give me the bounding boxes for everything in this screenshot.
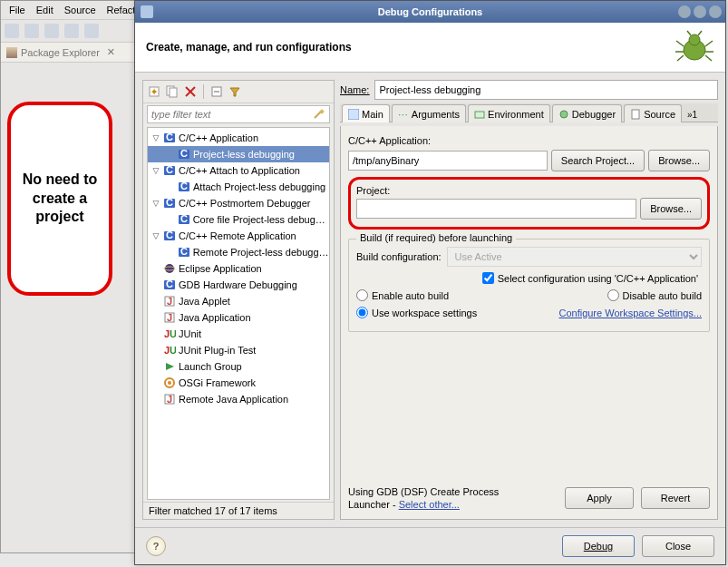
tree-twistie-icon[interactable] (151, 378, 160, 387)
disable-auto-build-radio[interactable] (607, 289, 619, 301)
tree-twistie-icon[interactable] (166, 215, 175, 224)
tree-item[interactable]: CRemote Project-less debugging (148, 244, 329, 260)
svg-text:J: J (167, 312, 172, 323)
browse-app-button[interactable]: Browse... (648, 150, 710, 171)
toolbar-icon[interactable] (84, 24, 99, 38)
menu-edit[interactable]: Edit (32, 3, 58, 17)
workspace-settings-link[interactable]: Configure Workspace Settings... (558, 308, 702, 318)
project-input[interactable] (356, 199, 636, 219)
tree-item[interactable]: JRemote Java Application (148, 391, 329, 407)
tree-twistie-icon[interactable] (151, 313, 160, 322)
dialog-icon (141, 5, 153, 18)
tree-item[interactable]: OSGi Framework (148, 375, 329, 391)
tree-item[interactable]: CGDB Hardware Debugging (148, 277, 329, 293)
tree-twistie-icon[interactable] (151, 297, 160, 306)
tree-item[interactable]: JJava Applet (148, 293, 329, 309)
tree-item-label: Java Applet (179, 296, 230, 307)
collapse-all-icon[interactable] (209, 84, 224, 99)
clear-filter-icon[interactable] (312, 108, 325, 121)
enable-auto-build-radio[interactable] (356, 289, 368, 301)
tab-source[interactable]: Source (624, 104, 682, 122)
tree-item[interactable]: ▽CC/C++ Postmortem Debugger (148, 195, 329, 211)
tree-twistie-icon[interactable] (166, 150, 175, 159)
tree-item[interactable]: JUJUnit (148, 326, 329, 342)
tree-item-label: Eclipse Application (179, 263, 262, 274)
tab-environment[interactable]: Environment (468, 104, 550, 122)
minimize-button[interactable] (678, 5, 691, 18)
duplicate-config-icon[interactable] (165, 84, 180, 99)
tree-twistie-icon[interactable] (151, 346, 160, 355)
dialog-header: Create, manage, and run configurations (135, 23, 725, 73)
config-tree[interactable]: ▽CC/C++ ApplicationCProject-less debuggi… (147, 127, 330, 500)
maximize-button[interactable] (694, 5, 706, 18)
tab-debugger[interactable]: Debugger (552, 104, 622, 122)
tree-item-label: Project-less debugging (193, 149, 295, 160)
tree-item[interactable]: JJava Application (148, 309, 329, 326)
menu-file[interactable]: File (5, 3, 30, 17)
tree-twistie-icon[interactable] (151, 362, 160, 371)
tree-twistie-icon[interactable] (166, 182, 175, 191)
svg-text:C: C (180, 246, 188, 257)
tree-twistie-icon[interactable]: ▽ (151, 133, 160, 142)
config-toolbar: ✦ (143, 81, 334, 103)
launcher-text-2: Launcher - (348, 499, 399, 510)
tree-type-icon: J (163, 393, 176, 406)
tree-item[interactable]: JUJUnit Plug-in Test (148, 342, 329, 358)
toolbar-icon[interactable] (24, 24, 39, 38)
tree-twistie-icon[interactable] (151, 395, 160, 404)
tree-item[interactable]: CCore file Project-less debugging (148, 211, 329, 228)
svg-text:C: C (166, 197, 173, 208)
select-launcher-link[interactable]: Select other... (399, 499, 460, 510)
tree-item[interactable]: Eclipse Application (148, 260, 329, 277)
tab-main[interactable]: Main (342, 104, 390, 122)
tree-type-icon (163, 262, 176, 275)
tree-item[interactable]: ▽CC/C++ Remote Application (148, 228, 329, 244)
svg-line-10 (698, 31, 702, 35)
toolbar-icon[interactable] (64, 24, 79, 38)
close-dialog-button[interactable]: Close (642, 535, 714, 557)
tree-item[interactable]: ▽CC/C++ Application (148, 130, 329, 146)
tree-item[interactable]: Launch Group (148, 358, 329, 375)
arguments-tab-icon: ⋯ (398, 109, 409, 120)
tree-item[interactable]: ▽CC/C++ Attach to Application (148, 162, 329, 179)
tree-item-label: Launch Group (179, 361, 242, 372)
menu-source[interactable]: Source (60, 3, 101, 17)
tree-item-label: Remote Java Application (179, 394, 288, 405)
tree-item[interactable]: CAttach Project-less debugging (148, 179, 329, 195)
filter-input[interactable] (147, 105, 330, 123)
tabs-overflow[interactable]: »1 (684, 108, 701, 122)
tree-type-icon: JU (163, 344, 176, 357)
name-input[interactable] (374, 80, 718, 100)
toolbar-icon[interactable] (5, 24, 19, 38)
package-explorer-tab[interactable]: Package Explorer ✕ (1, 43, 144, 63)
tree-twistie-icon[interactable]: ▽ (151, 166, 160, 175)
debug-button[interactable]: Debug (562, 535, 635, 557)
svg-text:C: C (166, 279, 173, 289)
new-config-icon[interactable]: ✦ (147, 84, 161, 99)
close-icon[interactable]: ✕ (107, 46, 115, 58)
revert-button[interactable]: Revert (641, 487, 710, 509)
dialog-titlebar[interactable]: Debug Configurations (135, 1, 725, 23)
tree-item[interactable]: CProject-less debugging (148, 146, 329, 162)
delete-config-icon[interactable] (183, 84, 198, 99)
tree-twistie-icon[interactable]: ▽ (151, 231, 160, 240)
tree-twistie-icon[interactable] (151, 329, 160, 338)
tree-twistie-icon[interactable] (151, 280, 160, 289)
tree-twistie-icon[interactable] (151, 264, 160, 273)
package-explorer-icon (6, 47, 17, 58)
use-workspace-radio[interactable] (356, 307, 368, 318)
tree-twistie-icon[interactable]: ▽ (151, 199, 160, 208)
tree-twistie-icon[interactable] (166, 248, 175, 257)
toolbar-icon[interactable] (44, 24, 59, 38)
svg-text:J: J (167, 296, 172, 307)
search-project-button[interactable]: Search Project... (551, 150, 645, 171)
filter-icon[interactable] (228, 84, 242, 99)
apply-button[interactable]: Apply (565, 487, 634, 509)
environment-tab-icon (474, 109, 485, 120)
app-path-input[interactable] (348, 151, 548, 171)
help-button[interactable]: ? (146, 536, 166, 556)
select-config-checkbox[interactable] (482, 272, 494, 284)
close-button[interactable] (709, 5, 722, 18)
tab-arguments[interactable]: ⋯Arguments (392, 104, 466, 122)
browse-project-button[interactable]: Browse... (640, 198, 702, 220)
